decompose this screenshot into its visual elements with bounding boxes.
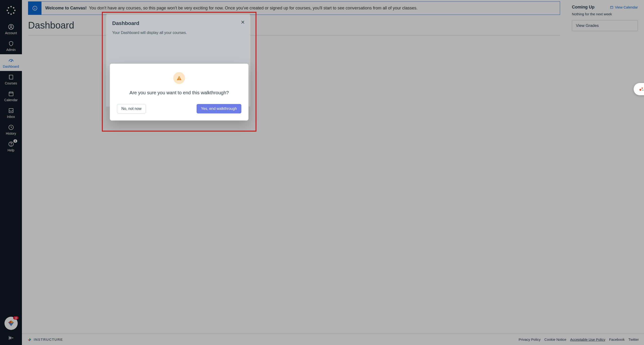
tour-description: Your Dashboard will display all your cou… xyxy=(112,31,244,35)
confirm-question: Are you sure you want to end this walkth… xyxy=(117,90,242,96)
tour-close-button[interactable] xyxy=(240,19,246,25)
end-walkthrough-dialog: Are you sure you want to end this walkth… xyxy=(110,64,248,121)
modal-backdrop xyxy=(0,0,644,345)
no-not-now-button[interactable]: No, not now xyxy=(117,104,146,113)
tour-highlight-box: Dashboard Your Dashboard will display al… xyxy=(102,12,256,132)
close-icon xyxy=(240,20,246,25)
svg-point-24 xyxy=(640,89,642,91)
pill-diamond-icon xyxy=(638,86,644,92)
warning-icon-circle xyxy=(173,72,185,84)
yes-end-walkthrough-button[interactable]: Yes, end walkthrough xyxy=(196,104,242,113)
floating-help-pill[interactable] xyxy=(634,83,644,95)
tour-title: Dashboard xyxy=(112,20,244,27)
warning-icon xyxy=(176,75,182,81)
svg-rect-27 xyxy=(179,77,180,79)
svg-point-25 xyxy=(642,88,643,89)
svg-point-26 xyxy=(642,90,643,91)
svg-rect-28 xyxy=(179,79,180,80)
